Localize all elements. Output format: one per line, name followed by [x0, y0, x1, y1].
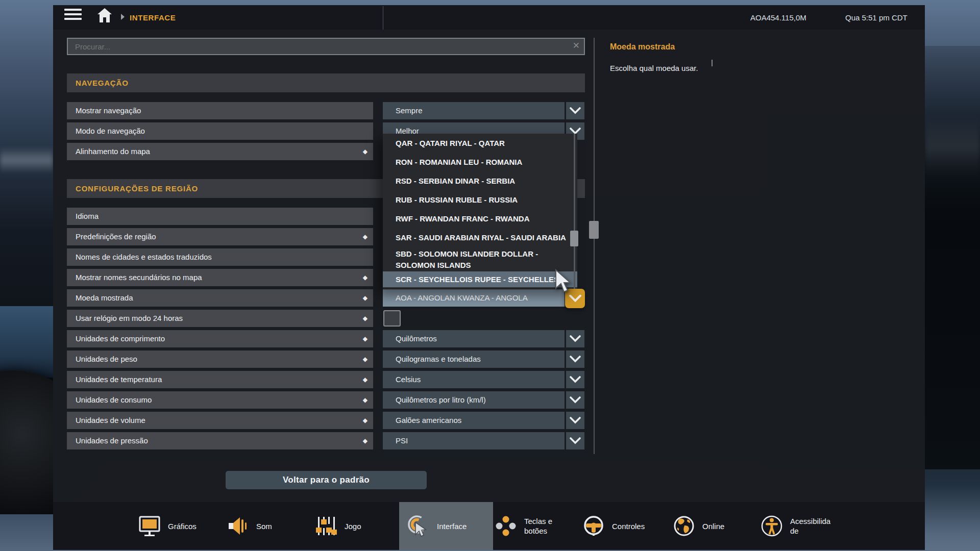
home-button[interactable]: [97, 7, 112, 23]
dropdown-scrollbar-thumb[interactable]: [570, 231, 578, 246]
search-box: ✕: [67, 38, 585, 55]
reset-defaults-button[interactable]: Voltar para o padrão: [226, 471, 427, 489]
chevron-down-icon: [570, 437, 581, 444]
setting-row-volume-units[interactable]: Unidades de volume: [67, 412, 373, 429]
dropdown-option[interactable]: RWF - RWANDAN FRANC - RWANDA: [383, 209, 577, 228]
currency-dropdown-list: QAR - QATARI RIYAL - QATAR RON - ROMANIA…: [383, 134, 577, 289]
click-cursor-icon: [407, 514, 430, 538]
setting-row-pressure-units[interactable]: Unidades de pressão: [67, 432, 373, 449]
road-surface: [0, 514, 53, 551]
truck-body-left: [0, 306, 53, 378]
dropdown-scrollbar-track[interactable]: [574, 134, 575, 289]
game-background: INTERFACE AOA454.115,0M Qua 5:51 pm CDT …: [0, 0, 980, 551]
section-header-navigation: NAVEGAÇÃO: [67, 73, 585, 92]
setting-row-temperature-units[interactable]: Unidades de temperatura: [67, 371, 373, 388]
setting-row-consumption-units[interactable]: Unidades de consumo: [67, 391, 373, 409]
clock-display: Qua 5:51 pm CDT: [845, 13, 908, 22]
page-scrollbar-thumb[interactable]: [589, 221, 599, 239]
setting-row-secondary-names[interactable]: Mostrar nomes secundários no mapa: [67, 269, 373, 286]
chevron-down-icon: [569, 295, 581, 303]
select-chevron-temperature-units[interactable]: [566, 371, 584, 388]
tab-keys-buttons[interactable]: Teclas ebotões: [494, 502, 552, 550]
clear-search-icon[interactable]: ✕: [573, 40, 580, 51]
setting-row-weight-units[interactable]: Unidades de peso: [67, 350, 373, 368]
select-chevron-volume-units[interactable]: [566, 412, 584, 429]
setting-row-currency[interactable]: Moeda mostrada: [67, 289, 373, 307]
select-temperature-units[interactable]: Celsius: [383, 371, 565, 388]
tab-graphics[interactable]: Gráficos: [138, 502, 197, 550]
gamepad-buttons-icon: [494, 514, 518, 538]
tab-sound[interactable]: Som: [226, 502, 272, 550]
breadcrumb[interactable]: INTERFACE: [130, 13, 176, 22]
search-input[interactable]: [68, 39, 592, 54]
dropdown-option[interactable]: QAR - QATARI RIYAL - QATAR: [383, 134, 577, 153]
globe-icon: [672, 514, 696, 538]
select-chevron-pressure-units[interactable]: [566, 432, 584, 449]
hamburger-icon: [64, 9, 82, 11]
select-chevron-consumption-units[interactable]: [566, 391, 584, 409]
dropdown-option[interactable]: RON - ROMANIAN LEU - ROMANIA: [383, 153, 577, 171]
select-volume-units[interactable]: Galões americanos: [383, 412, 565, 429]
money-display: AOA454.115,0M: [750, 13, 806, 22]
breadcrumb-arrow-icon: [120, 13, 125, 20]
info-panel-tick: [712, 60, 713, 66]
dropdown-option[interactable]: RUB - RUSSIAN RUBLE - RUSSIA: [383, 190, 577, 209]
tab-accessibility[interactable]: Acessibilidade: [760, 502, 830, 550]
setting-row-24h-clock[interactable]: Usar relógio em modo 24 horas: [67, 310, 373, 327]
speaker-icon: [226, 514, 250, 538]
checkbox-24h-clock[interactable]: [383, 310, 401, 327]
chevron-down-icon: [570, 376, 581, 383]
select-chevron-length-units[interactable]: [566, 330, 584, 347]
select-show-navigation[interactable]: Sempre: [383, 102, 565, 119]
accessibility-icon: [760, 514, 783, 538]
monitor-icon: [138, 514, 161, 538]
setting-row-region-presets[interactable]: Predefinições de região: [67, 228, 373, 245]
steering-wheel-icon: [582, 514, 605, 538]
tab-online[interactable]: Online: [672, 502, 724, 550]
info-panel-title: Moeda mostrada: [610, 42, 675, 52]
dropdown-option-hovered[interactable]: SCR - SEYCHELLOIS RUPEE - SEYCHELLES: [383, 271, 577, 287]
select-chevron-show-navigation[interactable]: [566, 102, 584, 119]
tab-controls[interactable]: Controles: [582, 502, 645, 550]
select-currency-open[interactable]: AOA - ANGOLAN KWANZA - ANGOLA: [383, 289, 565, 307]
chevron-down-icon: [570, 335, 581, 342]
mouse-cursor: [554, 269, 576, 293]
chevron-down-icon: [570, 107, 581, 114]
chevron-down-icon: [570, 396, 581, 404]
dropdown-option[interactable]: SAR - SAUDI ARABIAN RIYAL - SAUDI ARABIA: [383, 228, 577, 247]
home-icon: [97, 7, 112, 23]
sky-streak-left: [0, 147, 53, 173]
dropdown-option[interactable]: RSD - SERBIAN DINAR - SERBIA: [383, 171, 577, 190]
setting-row-translated-names[interactable]: Nomes de cidades e estados traduzidos: [67, 248, 373, 266]
top-bar-seam: [383, 6, 383, 30]
setting-row-show-navigation[interactable]: Mostrar navegação: [67, 102, 373, 119]
page-scrollbar-track[interactable]: [594, 38, 595, 454]
tab-game[interactable]: Jogo: [314, 502, 361, 550]
dropdown-option[interactable]: SBD - SOLOMON ISLANDER DOLLAR - SOLOMON …: [383, 247, 577, 271]
select-chevron-weight-units[interactable]: [566, 350, 584, 368]
chevron-down-icon: [570, 356, 581, 363]
info-panel-description: Escolha qual moeda usar.: [610, 64, 698, 72]
select-consumption-units[interactable]: Quilômetros por litro (km/l): [383, 391, 565, 409]
chevron-down-icon: [570, 417, 581, 424]
setting-row-navigation-mode[interactable]: Modo de navegação: [67, 122, 373, 140]
setting-row-length-units[interactable]: Unidades de comprimento: [67, 330, 373, 347]
setting-row-map-alignment[interactable]: Alinhamento do mapa: [67, 143, 373, 160]
select-length-units[interactable]: Quilômetros: [383, 330, 565, 347]
select-pressure-units[interactable]: PSI: [383, 432, 565, 449]
select-weight-units[interactable]: Quilogramas e toneladas: [383, 350, 565, 368]
setting-row-language[interactable]: Idioma: [67, 208, 373, 225]
tab-interface[interactable]: Interface: [407, 502, 467, 550]
sliders-icon: [314, 514, 338, 538]
menu-button[interactable]: [64, 9, 82, 22]
